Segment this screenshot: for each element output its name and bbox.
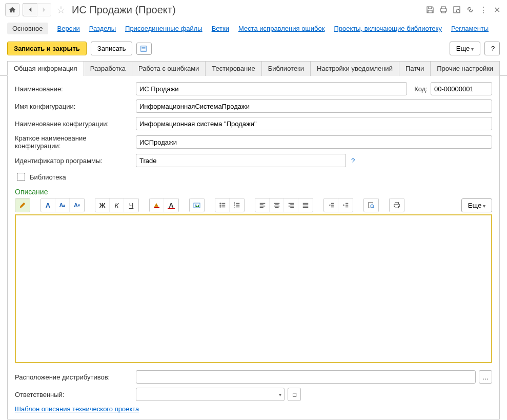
align-center-icon[interactable] <box>270 198 284 212</box>
bullet-list-icon[interactable] <box>215 198 230 212</box>
save-and-close-button[interactable]: Записать и закрыть <box>7 42 87 55</box>
action-bar: Записать и закрыть Записать Еще ? <box>0 39 507 61</box>
editor-toolbar: A A▴ A▾ Ж К Ч A 123 <box>15 198 492 212</box>
increase-indent-icon[interactable] <box>338 198 353 212</box>
align-left-icon[interactable] <box>255 198 270 212</box>
tab-testing[interactable]: Тестирование <box>205 61 261 76</box>
section-nav: Основное Версии Разделы Присоединенные ф… <box>0 19 507 39</box>
tab-patches[interactable]: Патчи <box>399 61 431 76</box>
edit-mode-icon[interactable] <box>15 198 30 212</box>
code-label: Код: <box>414 85 428 93</box>
library-checkbox[interactable] <box>17 173 25 181</box>
forward-button[interactable] <box>37 3 51 16</box>
help-button[interactable]: ? <box>484 42 500 55</box>
svg-point-10 <box>219 205 221 206</box>
nav-link-projects-using-lib[interactable]: Проекты, включающие библиотеку <box>334 25 441 32</box>
prog-id-input[interactable] <box>136 154 346 167</box>
responsible-label: Ответственный: <box>15 391 133 398</box>
report-icon[interactable] <box>452 5 462 15</box>
description-editor[interactable] <box>15 214 492 363</box>
tab-other-settings[interactable]: Прочие настройки <box>430 61 500 76</box>
nav-link-versions[interactable]: Версии <box>57 25 80 32</box>
description-heading: Описание <box>15 188 492 196</box>
list-view-button[interactable] <box>136 43 152 55</box>
print-icon[interactable] <box>438 5 449 15</box>
svg-point-1 <box>456 9 459 12</box>
editor-print-icon[interactable] <box>390 198 404 212</box>
nav-link-bug-places[interactable]: Места исправления ошибок <box>238 25 325 32</box>
tab-libraries[interactable]: Библиотеки <box>261 61 311 76</box>
responsible-input[interactable] <box>136 388 285 401</box>
template-link[interactable]: Шаблон описания технического проекта <box>15 405 139 413</box>
nav-link-branches[interactable]: Ветки <box>212 25 229 32</box>
svg-text:3: 3 <box>234 205 235 208</box>
find-icon[interactable] <box>364 198 378 212</box>
editor-more-button[interactable]: Еще <box>461 198 492 212</box>
home-button[interactable] <box>5 3 19 16</box>
svg-rect-6 <box>154 207 159 208</box>
tab-development[interactable]: Разработка <box>84 61 132 76</box>
page-title: ИС Продажи (Проект) <box>72 4 176 16</box>
svg-point-9 <box>219 203 221 204</box>
name-label: Наименование: <box>15 85 133 93</box>
link-icon[interactable] <box>465 5 475 15</box>
window-toolbar: ☆ ИС Продажи (Проект) ⋮ ✕ <box>0 0 507 19</box>
more-menu-icon[interactable]: ⋮ <box>478 5 489 15</box>
highlight-color-icon[interactable] <box>150 198 164 212</box>
close-icon[interactable]: ✕ <box>492 5 502 15</box>
tab-notifications[interactable]: Настройки уведомлений <box>310 61 399 76</box>
numbered-list-icon[interactable]: 123 <box>230 198 244 212</box>
back-button[interactable] <box>23 3 37 16</box>
underline-icon[interactable]: Ч <box>124 198 138 212</box>
decrease-indent-icon[interactable] <box>324 198 338 212</box>
italic-icon[interactable]: К <box>110 198 124 212</box>
nav-link-attached-files[interactable]: Присоединенные файлы <box>125 25 202 32</box>
prog-id-label: Идентификатор программы: <box>15 157 133 165</box>
nav-group <box>23 3 51 16</box>
nav-link-regulations[interactable]: Регламенты <box>451 25 489 32</box>
form-tabs: Общая информация Разработка Работа с оши… <box>0 61 507 76</box>
font-increase-icon[interactable]: A▴ <box>55 198 70 212</box>
config-name-label: Имя конфигурации: <box>15 103 133 110</box>
tab-general-info[interactable]: Общая информация <box>7 61 84 76</box>
font-icon[interactable]: A <box>41 198 55 212</box>
distrib-input[interactable] <box>136 370 476 384</box>
more-button[interactable]: Еще <box>450 42 480 55</box>
config-name-input[interactable] <box>136 99 492 113</box>
name-input[interactable] <box>136 82 407 95</box>
align-justify-icon[interactable] <box>298 198 313 212</box>
font-decrease-icon[interactable]: A▾ <box>70 198 84 212</box>
prog-id-help-icon[interactable]: ? <box>351 157 355 165</box>
distrib-browse-button[interactable]: … <box>479 370 492 384</box>
tab-bug-handling[interactable]: Работа с ошибками <box>132 61 206 76</box>
align-right-icon[interactable] <box>284 198 298 212</box>
form-body: Наименование: Код: Имя конфигурации: Наи… <box>7 76 500 419</box>
save-button[interactable]: Записать <box>91 42 133 55</box>
config-short-label: Краткое наименование конфигурации: <box>15 134 133 150</box>
config-title-input[interactable] <box>136 117 492 130</box>
svg-line-45 <box>373 207 375 209</box>
config-short-input[interactable] <box>136 135 492 149</box>
code-input[interactable] <box>431 82 492 95</box>
nav-link-sections[interactable]: Разделы <box>89 25 116 32</box>
library-label: Библиотека <box>30 173 66 181</box>
distrib-label: Расположение дистрибутивов: <box>15 373 133 381</box>
config-title-label: Наименование конфигурации: <box>15 120 133 128</box>
save-disk-icon[interactable] <box>425 5 435 15</box>
text-color-icon[interactable]: A <box>164 198 178 212</box>
svg-point-11 <box>219 206 221 208</box>
nav-tab-main[interactable]: Основное <box>7 23 48 34</box>
responsible-open-button[interactable]: ◻ <box>288 388 301 401</box>
insert-picture-icon[interactable] <box>190 198 204 212</box>
bold-icon[interactable]: Ж <box>95 198 110 212</box>
favorite-star-icon[interactable]: ☆ <box>56 4 66 16</box>
